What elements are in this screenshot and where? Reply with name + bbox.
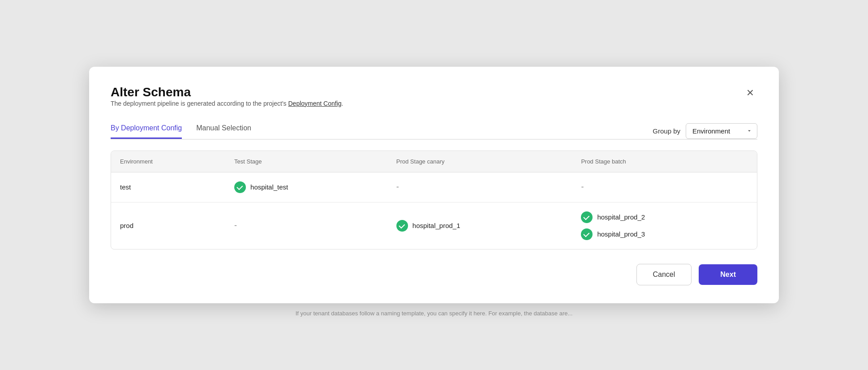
dash-value: - xyxy=(581,182,584,191)
db-name: hospital_prod_1 xyxy=(413,222,460,229)
tabs-container: By Deployment Config Manual Selection xyxy=(111,124,251,138)
col-prod-canary: Prod Stage canary xyxy=(387,151,572,172)
modal-header: Alter Schema The deployment pipeline is … xyxy=(111,85,757,120)
cell-environment-prod: prod xyxy=(111,202,225,249)
db-name: hospital_test xyxy=(250,183,288,191)
col-test-stage: Test Stage xyxy=(225,151,387,172)
col-prod-batch: Prod Stage batch xyxy=(572,151,757,172)
cell-prod-canary-hospital-prod-1: hospital_prod_1 xyxy=(387,202,572,249)
multi-cell: hospital_prod_2 hospital_prod_3 xyxy=(581,211,748,240)
table-row: test hospital_test - - xyxy=(111,172,757,202)
tab-by-deployment-config[interactable]: By Deployment Config xyxy=(111,124,182,139)
db-name: hospital_prod_3 xyxy=(597,230,645,238)
modal-overlay: Alter Schema The deployment pipeline is … xyxy=(0,0,868,370)
dash-value: - xyxy=(396,182,399,191)
deployment-table-container: Environment Test Stage Prod Stage canary… xyxy=(111,151,757,250)
group-by-select[interactable]: Environment Stage Database xyxy=(686,123,757,139)
cell-prod-batch-prod: hospital_prod_2 hospital_prod_3 xyxy=(572,202,757,249)
cell-test-stage-hospital-test: hospital_test xyxy=(225,172,387,202)
check-cell: hospital_prod_2 xyxy=(581,211,748,223)
check-cell: hospital_test xyxy=(234,181,378,193)
check-cell: hospital_prod_3 xyxy=(581,228,748,240)
check-cell: hospital_prod_1 xyxy=(396,220,563,232)
modal-title-area: Alter Schema The deployment pipeline is … xyxy=(111,85,343,120)
col-environment: Environment xyxy=(111,151,225,172)
dash-value: - xyxy=(234,221,237,230)
check-icon xyxy=(581,228,593,240)
db-name: hospital_prod_2 xyxy=(597,213,645,221)
modal-footer: Cancel Next xyxy=(111,264,757,285)
bottom-hint: If your tenant databases follow a naming… xyxy=(89,310,779,317)
deployment-config-link[interactable]: Deployment Config xyxy=(288,100,341,107)
check-icon xyxy=(581,211,593,223)
alter-schema-modal: Alter Schema The deployment pipeline is … xyxy=(89,67,779,303)
table-row: prod - hospital_prod_1 xyxy=(111,202,757,249)
check-icon xyxy=(234,181,246,193)
group-by-section: Group by Environment Stage Database xyxy=(653,123,757,139)
modal-title: Alter Schema xyxy=(111,85,343,100)
cell-prod-batch-test: - xyxy=(572,172,757,202)
tab-manual-selection[interactable]: Manual Selection xyxy=(196,124,251,139)
tabs-row: By Deployment Config Manual Selection Gr… xyxy=(111,123,757,140)
check-icon xyxy=(396,220,408,232)
group-by-label: Group by xyxy=(653,127,680,135)
cell-prod-canary-test: - xyxy=(387,172,572,202)
close-button[interactable]: × xyxy=(743,85,757,101)
next-button[interactable]: Next xyxy=(699,264,757,285)
cancel-button[interactable]: Cancel xyxy=(636,264,692,285)
cell-test-stage-prod: - xyxy=(225,202,387,249)
table-header-row: Environment Test Stage Prod Stage canary… xyxy=(111,151,757,172)
modal-subtitle: The deployment pipeline is generated acc… xyxy=(111,100,343,107)
cell-environment-test: test xyxy=(111,172,225,202)
deployment-table: Environment Test Stage Prod Stage canary… xyxy=(111,151,757,249)
